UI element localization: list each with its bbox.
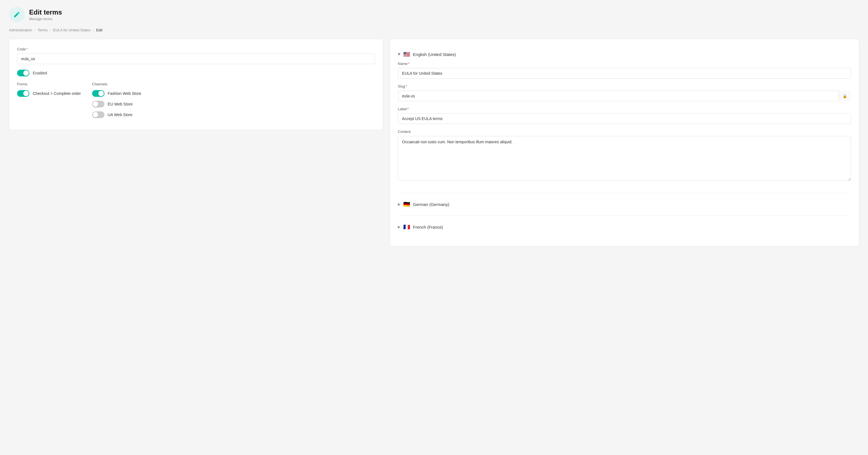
lang-section-de: ▶ 🇩🇪 German (Germany)	[398, 193, 851, 216]
breadcrumb-terms[interactable]: Terms	[37, 28, 47, 32]
breadcrumb-administration[interactable]: Administration	[9, 28, 32, 32]
page: Edit terms Manage terms Administration ›…	[0, 0, 868, 455]
channel-label-0: Fashion Web Store	[108, 91, 142, 96]
header-icon-circle	[9, 7, 25, 22]
lang-content-en: Name* Slug* 🔒	[398, 62, 851, 193]
lang-header-de[interactable]: ▶ 🇩🇪 German (Germany)	[398, 197, 851, 212]
channels-section: Channels Fashion Web Store EU W	[92, 82, 142, 122]
breadcrumb-sep-2: ›	[50, 28, 51, 32]
channel-toggle-thumb-0	[98, 91, 104, 96]
enabled-toggle-thumb	[23, 70, 29, 76]
header-text: Edit terms Manage terms	[29, 8, 62, 21]
breadcrumb-current: Edit	[96, 28, 102, 32]
channel-label-2: UA Web Store	[108, 112, 132, 117]
edit-icon	[13, 11, 21, 18]
channel-label-1: EU Web Store	[108, 102, 133, 106]
page-title: Edit terms	[29, 8, 62, 16]
form-label-0: Checkout > Complete order	[33, 91, 81, 96]
lang-section-en: ▶ 🇺🇸 English (United States) Name* Slug*	[398, 47, 851, 193]
lang-chevron-de: ▶	[398, 202, 400, 206]
enabled-label: Enabled	[33, 71, 47, 75]
channel-toggle-1[interactable]	[92, 101, 104, 107]
slug-label: Slug*	[398, 84, 851, 89]
label-field-group: Label*	[398, 107, 851, 124]
lang-flag-de: 🇩🇪	[403, 201, 410, 208]
channel-toggle-row-2: UA Web Store	[92, 111, 142, 118]
forms-section: Forms Checkout > Complete order	[17, 82, 81, 122]
channel-toggle-0[interactable]	[92, 90, 104, 97]
name-label: Name*	[398, 62, 851, 66]
breadcrumb-sep-1: ›	[34, 28, 35, 32]
channel-toggle-thumb-1	[93, 101, 98, 107]
lang-name-fr: French (France)	[413, 225, 443, 229]
form-toggle-0[interactable]	[17, 90, 29, 97]
lang-name-de: German (Germany)	[413, 202, 450, 207]
lock-icon: 🔒	[842, 94, 847, 98]
breadcrumb-sep-3: ›	[93, 28, 94, 32]
content-field-group: Content Occaecati non iusto cum. Non tem…	[398, 130, 851, 182]
lang-header-en[interactable]: ▶ 🇺🇸 English (United States)	[398, 47, 851, 62]
main-content: Code* Enabled Forms	[9, 39, 859, 246]
code-label: Code*	[17, 47, 375, 51]
channel-toggle-row-1: EU Web Store	[92, 101, 142, 107]
forms-channels: Forms Checkout > Complete order Channels	[17, 82, 375, 122]
lang-flag-en: 🇺🇸	[403, 51, 410, 58]
channel-toggle-thumb-2	[93, 112, 98, 118]
lang-flag-fr: 🇫🇷	[403, 224, 410, 230]
form-toggle-row-0: Checkout > Complete order	[17, 90, 81, 97]
slug-input[interactable]	[398, 91, 851, 101]
lang-name-en: English (United States)	[413, 52, 456, 57]
breadcrumb: Administration › Terms › EULA for United…	[9, 28, 859, 32]
enabled-toggle[interactable]	[17, 70, 29, 76]
forms-label: Forms	[17, 82, 81, 86]
page-subtitle: Manage terms	[29, 17, 62, 21]
right-panel: ▶ 🇺🇸 English (United States) Name* Slug*	[390, 39, 859, 246]
channel-toggle-2[interactable]	[92, 111, 104, 118]
name-field-group: Name*	[398, 62, 851, 78]
breadcrumb-eula[interactable]: EULA for United States	[53, 28, 91, 32]
slug-field-group: Slug* 🔒	[398, 84, 851, 101]
lang-header-fr[interactable]: ▶ 🇫🇷 French (France)	[398, 220, 851, 234]
slug-lock-button[interactable]: 🔒	[839, 91, 851, 101]
channel-toggle-row-0: Fashion Web Store	[92, 90, 142, 97]
form-toggle-thumb-0	[23, 91, 29, 96]
lang-chevron-fr: ▶	[398, 225, 400, 229]
label-input[interactable]	[398, 113, 851, 124]
code-input[interactable]	[17, 54, 375, 64]
enabled-row: Enabled	[17, 70, 375, 76]
content-label: Content	[398, 130, 851, 134]
slug-input-wrapper: 🔒	[398, 91, 851, 101]
code-field-group: Code*	[17, 47, 375, 64]
label-label: Label*	[398, 107, 851, 111]
channels-label: Channels	[92, 82, 142, 86]
page-header: Edit terms Manage terms	[9, 7, 859, 22]
name-input[interactable]	[398, 68, 851, 78]
left-panel: Code* Enabled Forms	[9, 39, 383, 130]
lang-section-fr: ▶ 🇫🇷 French (France)	[398, 216, 851, 238]
content-textarea[interactable]: Occaecati non iusto cum. Non temporibus …	[398, 136, 851, 181]
lang-chevron-en: ▶	[397, 53, 401, 56]
